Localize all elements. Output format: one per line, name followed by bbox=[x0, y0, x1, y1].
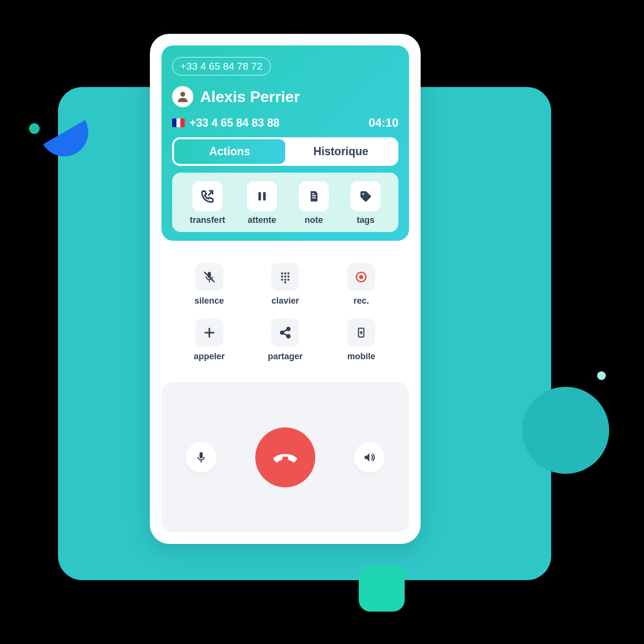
mobile-button[interactable] bbox=[347, 319, 375, 347]
mute-button[interactable] bbox=[195, 263, 223, 291]
record-label: rec. bbox=[353, 296, 369, 306]
share-button[interactable] bbox=[271, 319, 299, 347]
share-label: partager bbox=[268, 351, 303, 362]
record-icon bbox=[355, 271, 367, 283]
call-label: appeler bbox=[194, 351, 225, 362]
action-call: appeler bbox=[171, 319, 247, 362]
speaker-button[interactable] bbox=[354, 442, 385, 473]
action-mute: silence bbox=[171, 263, 247, 306]
mic-button[interactable] bbox=[186, 442, 217, 473]
action-transfer: transfert bbox=[190, 181, 225, 225]
note-label: note bbox=[305, 215, 323, 225]
dialpad-icon bbox=[279, 271, 292, 283]
speaker-icon bbox=[363, 451, 376, 464]
svg-point-6 bbox=[281, 272, 283, 274]
svg-point-10 bbox=[284, 276, 286, 278]
svg-point-8 bbox=[287, 272, 289, 274]
mobile-label: mobile bbox=[347, 351, 375, 362]
decorative-rounded-square bbox=[359, 566, 405, 612]
secondary-actions-card: silence clavier rec. appeler partager bbox=[161, 250, 409, 372]
line-number-pill[interactable]: +33 4 65 84 78 72 bbox=[172, 57, 271, 75]
phone-frame: +33 4 65 84 78 72 Alexis Perrier +33 4 6… bbox=[150, 34, 421, 544]
svg-point-11 bbox=[287, 276, 289, 278]
flag-france-icon bbox=[172, 118, 185, 127]
contact-row: Alexis Perrier bbox=[172, 86, 398, 107]
svg-rect-4 bbox=[209, 280, 210, 282]
svg-point-15 bbox=[284, 281, 286, 283]
transfer-label: transfert bbox=[190, 215, 225, 225]
svg-point-14 bbox=[287, 278, 289, 280]
number-row: +33 4 65 84 83 88 04:10 bbox=[172, 116, 398, 130]
mic-off-icon bbox=[203, 271, 216, 283]
person-icon bbox=[176, 89, 190, 104]
add-call-button[interactable] bbox=[195, 319, 223, 347]
action-tags: tags bbox=[351, 181, 381, 225]
transfer-icon bbox=[200, 189, 215, 204]
decorative-circle bbox=[522, 387, 609, 474]
tab-history[interactable]: Historique bbox=[285, 139, 396, 164]
svg-point-17 bbox=[359, 275, 364, 279]
svg-point-13 bbox=[284, 278, 286, 280]
svg-rect-1 bbox=[258, 192, 261, 200]
contact-number: +33 4 65 84 83 88 bbox=[172, 117, 279, 130]
action-share: partager bbox=[247, 319, 323, 362]
svg-line-23 bbox=[283, 330, 287, 332]
hangup-button[interactable] bbox=[255, 427, 315, 487]
note-icon bbox=[307, 190, 320, 203]
call-header-card: +33 4 65 84 78 72 Alexis Perrier +33 4 6… bbox=[161, 45, 409, 241]
svg-rect-2 bbox=[263, 192, 265, 200]
record-button[interactable] bbox=[347, 263, 375, 291]
share-icon bbox=[279, 326, 292, 339]
tag-icon bbox=[359, 190, 372, 203]
contact-number-text: +33 4 65 84 83 88 bbox=[190, 117, 279, 130]
transfer-button[interactable] bbox=[192, 181, 222, 211]
tags-label: tags bbox=[357, 215, 375, 225]
contact-name: Alexis Perrier bbox=[200, 88, 300, 106]
tags-button[interactable] bbox=[351, 181, 381, 211]
call-duration: 04:10 bbox=[369, 116, 398, 130]
plus-icon bbox=[203, 326, 216, 339]
keypad-button[interactable] bbox=[271, 263, 299, 291]
keypad-label: clavier bbox=[271, 296, 299, 306]
mobile-icon bbox=[356, 326, 366, 339]
svg-point-12 bbox=[281, 278, 283, 280]
action-note: note bbox=[299, 181, 329, 225]
action-hold: attente bbox=[247, 181, 277, 225]
svg-point-3 bbox=[363, 193, 365, 195]
call-controls-bar bbox=[161, 382, 409, 532]
mute-label: silence bbox=[194, 296, 224, 306]
action-mobile: mobile bbox=[323, 319, 399, 362]
mic-icon bbox=[195, 451, 207, 464]
decorative-dot bbox=[597, 371, 606, 380]
actions-panel: transfert attente note tags bbox=[172, 173, 398, 232]
note-button[interactable] bbox=[299, 181, 329, 211]
svg-point-7 bbox=[284, 272, 286, 274]
hold-label: attente bbox=[248, 215, 276, 225]
svg-rect-27 bbox=[201, 460, 202, 462]
tab-bar: Actions Historique bbox=[172, 137, 398, 166]
avatar[interactable] bbox=[172, 86, 193, 107]
phone-hangup-icon bbox=[272, 444, 299, 471]
pause-icon bbox=[256, 190, 268, 203]
action-keypad: clavier bbox=[247, 263, 323, 306]
decorative-dot bbox=[29, 123, 40, 134]
svg-line-24 bbox=[283, 334, 287, 336]
tab-actions[interactable]: Actions bbox=[174, 139, 285, 164]
svg-point-0 bbox=[180, 92, 185, 97]
svg-point-9 bbox=[281, 276, 283, 278]
hold-button[interactable] bbox=[247, 181, 277, 211]
action-record: rec. bbox=[323, 263, 399, 306]
